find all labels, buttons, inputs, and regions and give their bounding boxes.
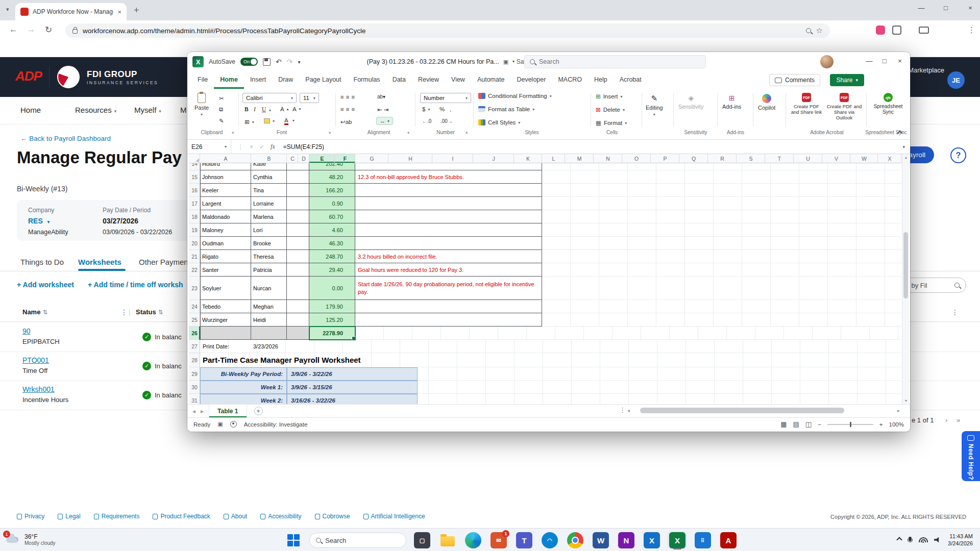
row-number[interactable]: 25 <box>189 313 200 327</box>
excel-taskbar-icon[interactable]: X <box>668 532 687 549</box>
cell-first-name[interactable]: Brooke <box>251 237 287 250</box>
next-sheet-icon[interactable]: ▸ <box>201 408 204 415</box>
cell-hours[interactable]: 125.20 <box>309 313 355 327</box>
borders-button[interactable]: ⊞▾ <box>244 118 254 126</box>
row-number[interactable]: 16 <box>189 184 200 197</box>
cell-empty[interactable] <box>542 313 901 327</box>
row-number[interactable]: 30 <box>189 381 200 394</box>
tab-other-payments[interactable]: Other Payment <box>139 258 190 266</box>
font-color-button[interactable]: A <box>284 117 288 125</box>
zoom-slider[interactable] <box>827 424 873 425</box>
zoom-slider-thumb[interactable] <box>850 422 851 427</box>
save-icon[interactable] <box>263 58 271 66</box>
period-label-cell[interactable]: Week 1: <box>200 381 287 394</box>
cell-last-name[interactable]: Maldonado <box>200 210 251 223</box>
tab-close-icon[interactable]: × <box>117 8 121 16</box>
addins-button[interactable]: ⊞Add-ins <box>722 94 741 110</box>
ribbon-tab[interactable]: Draw <box>272 71 299 89</box>
merge-center-button[interactable]: ↔▾ <box>376 117 393 125</box>
ribbon-tab[interactable]: Acrobat <box>614 71 648 89</box>
document-title-group[interactable]: (Pay 3) 01.23.26 - 03.22.26 CM Hours for… <box>367 58 539 65</box>
redo-icon[interactable]: ↷ <box>287 58 293 66</box>
ribbon-tab[interactable]: Insert <box>244 71 272 89</box>
scroll-down-icon[interactable]: ▾ <box>902 398 910 403</box>
cell-first-name[interactable]: Nurcan <box>251 277 287 300</box>
column-header[interactable]: I <box>432 154 473 163</box>
cell-hours[interactable]: 46.30 <box>309 237 355 250</box>
next-page-icon[interactable]: › <box>945 416 947 424</box>
column-header[interactable]: T <box>765 154 794 163</box>
column-header[interactable]: U <box>794 154 822 163</box>
zoom-in-button[interactable]: + <box>879 421 883 428</box>
sheet-options-icon[interactable]: ⋮ <box>619 406 626 414</box>
tab-things-to-do[interactable]: Things to Do <box>20 258 64 266</box>
period-label-cell[interactable]: Bi-Weekly Pay Period: <box>200 367 287 381</box>
ribbon-tab[interactable]: MACRO <box>552 71 588 89</box>
chrome-icon[interactable] <box>566 532 585 549</box>
accessibility-status[interactable]: Accessibility: Investigate <box>244 421 308 428</box>
underline-button[interactable]: U <box>262 106 266 112</box>
format-as-table-button[interactable]: Format as Table▾ <box>478 106 534 112</box>
extension-icon[interactable] <box>876 26 885 35</box>
volume-icon[interactable] <box>934 537 941 543</box>
clock[interactable]: 11:43 AM 3/24/2026 <box>948 533 973 547</box>
editing-button[interactable]: ✎Editing▾ <box>646 94 663 117</box>
insert-function-icon[interactable]: fx <box>271 143 275 151</box>
cell-note[interactable] <box>355 237 542 250</box>
print-date-value[interactable]: 3/23/2026 <box>253 340 278 353</box>
row-number[interactable]: 28 <box>189 353 200 367</box>
row-number[interactable]: 23 <box>189 277 200 300</box>
cell-gray[interactable] <box>200 327 251 340</box>
insert-cells-button[interactable]: ⊞Insert▾ <box>596 93 622 100</box>
browser-maximize-button[interactable]: □ <box>938 4 953 12</box>
cell-note[interactable]: Goal hours were reduced to 120 for Pay 3… <box>355 263 542 277</box>
row-body[interactable]: Bi-Weekly Pay Period: 3/9/26 - 3/22/26 <box>200 367 901 381</box>
company-select[interactable]: RES ▾ <box>28 217 50 225</box>
cell-first-name[interactable]: Meghan <box>251 300 287 313</box>
format-painter-button[interactable]: ✎ <box>219 117 224 124</box>
site-info-icon[interactable] <box>72 29 78 34</box>
column-header[interactable]: V <box>822 154 850 163</box>
cell-note[interactable] <box>355 313 542 327</box>
row-body[interactable]: Week 2: 3/16/26 - 3/22/26 <box>200 394 901 404</box>
column-header[interactable]: F <box>335 154 355 163</box>
cell-blank[interactable] <box>287 170 309 184</box>
cell-empty[interactable] <box>542 197 901 210</box>
cell-blank[interactable] <box>287 163 309 170</box>
footer-link[interactable]: Artificial Intelligence <box>363 513 425 520</box>
cell-note[interactable] <box>355 210 542 223</box>
create-pdf-outlook-button[interactable]: PDFCreate PDF and Share via Outlook <box>826 93 862 120</box>
column-header[interactable]: E <box>309 154 335 163</box>
column-header[interactable]: S <box>737 154 765 163</box>
cell-last-name[interactable]: Wurzinger <box>200 313 251 327</box>
adp-logo[interactable]: ADP <box>15 68 42 84</box>
cell-blank[interactable] <box>287 300 309 313</box>
ribbon-tab[interactable]: Formulas <box>348 71 386 89</box>
column-header[interactable]: A <box>200 154 251 163</box>
column-header[interactable]: W <box>850 154 878 163</box>
cell-hours[interactable]: 179.90 <box>309 300 355 313</box>
cancel-icon[interactable]: × <box>250 143 253 151</box>
worksheet-name-link[interactable]: Wrksh001 <box>22 385 55 393</box>
cell-note[interactable] <box>355 184 542 197</box>
macro-record-icon[interactable]: ▣ <box>217 421 223 428</box>
cell-blank[interactable] <box>287 313 309 327</box>
cell-last-name[interactable]: Rigato <box>200 250 251 263</box>
vertical-align-buttons[interactable]: ≡≡≡ <box>340 94 357 100</box>
bookmark-star-icon[interactable]: ☆ <box>816 26 823 35</box>
status-column-header[interactable]: Status⇅ <box>136 308 163 316</box>
cell-hours[interactable]: 166.20 <box>309 184 355 197</box>
add-time-link[interactable]: + Add time / time off worksh <box>88 281 183 289</box>
ribbon-tab[interactable]: Review <box>412 71 445 89</box>
user-avatar[interactable]: JE <box>947 71 965 89</box>
underline-chevron-icon[interactable]: ▾ <box>269 108 271 113</box>
cell-blank[interactable] <box>287 263 309 277</box>
ribbon-tab[interactable]: Help <box>588 71 614 89</box>
prev-sheet-icon[interactable]: ◂ <box>192 408 195 415</box>
browser-menu-icon[interactable]: ⋮ <box>968 26 975 35</box>
taskbar-search[interactable]: Search <box>309 533 406 548</box>
scroll-right-icon[interactable]: ▸ <box>897 408 900 413</box>
horizontal-scrollbar[interactable]: ◂ ▸ <box>627 407 900 414</box>
vertical-scrollbar[interactable]: ▴ ▾ <box>902 154 909 404</box>
cell-last-name[interactable]: Keeler <box>200 184 251 197</box>
